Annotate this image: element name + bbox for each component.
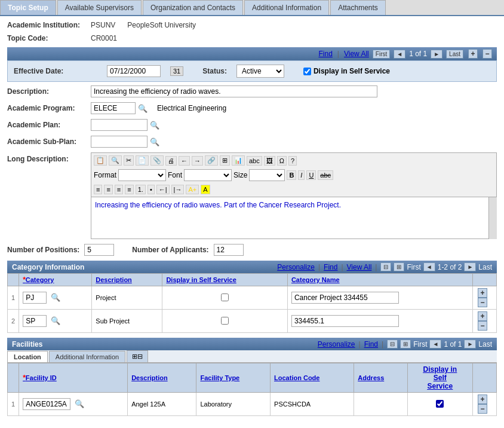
row1-add-btn[interactable]: + — [478, 288, 487, 298]
tb-special[interactable]: Ω — [277, 156, 287, 166]
fac-row1-display-checkbox[interactable] — [436, 400, 444, 408]
remove-row-btn[interactable]: − — [483, 49, 492, 59]
facilities-tab-icon[interactable]: ⊞⊟ — [127, 350, 148, 362]
tb-align-left[interactable]: ≡ — [94, 185, 102, 194]
fac-find[interactable]: Find — [364, 340, 378, 348]
fac-nav-icon1[interactable]: ⊟ — [387, 340, 398, 348]
tb-table2[interactable]: 📊 — [232, 155, 245, 166]
find-link[interactable]: Find — [319, 50, 333, 58]
tb-underline[interactable]: U — [306, 170, 316, 180]
tb-attach[interactable]: 📎 — [150, 155, 164, 166]
row1-desc: Project — [92, 286, 162, 310]
fac-personalize[interactable]: Personalize — [318, 340, 355, 348]
row1-cat-search[interactable]: 🔍 — [51, 293, 60, 302]
cat-find[interactable]: Find — [324, 263, 337, 271]
tab-topic-setup[interactable]: Topic Setup — [0, 0, 56, 15]
tb-list-ol[interactable]: 1. — [136, 185, 146, 194]
topic-code-row: Topic Code: CR0001 — [7, 34, 497, 42]
tab-attachments[interactable]: Attachments — [330, 0, 386, 15]
cat-view-all[interactable]: View All — [347, 263, 372, 271]
academic-plan-input[interactable] — [91, 119, 147, 131]
tb-bold[interactable]: B — [287, 170, 296, 180]
row1-remove-btn[interactable]: − — [478, 298, 487, 307]
row2-display-checkbox[interactable] — [221, 317, 229, 325]
tb-cut[interactable]: ✂ — [124, 155, 134, 166]
tb-help[interactable]: ? — [288, 156, 297, 166]
academic-program-code[interactable] — [91, 102, 136, 114]
academic-subplan-input[interactable] — [91, 136, 147, 148]
cat-nav-icon2[interactable]: ⊞ — [394, 262, 404, 271]
editor-content[interactable]: Increasing the efficiency of radio waves… — [91, 197, 497, 239]
nav-arrow-next[interactable]: ► — [431, 50, 442, 59]
description-row: Description: — [7, 85, 497, 97]
size-select[interactable] — [249, 169, 285, 181]
tb-align-right[interactable]: ≡ — [115, 185, 123, 194]
format-select[interactable] — [118, 169, 166, 181]
first-btn[interactable]: First — [373, 50, 390, 59]
tb-justify[interactable]: ≡ — [125, 185, 133, 194]
fac-row1-add-btn[interactable]: + — [478, 395, 487, 404]
cat-personalize[interactable]: Personalize — [277, 263, 315, 271]
tb-align-center[interactable]: ≡ — [104, 185, 112, 194]
positions-input[interactable] — [84, 244, 114, 256]
row2-remove-btn[interactable]: − — [478, 321, 487, 331]
fac-next[interactable]: ► — [464, 340, 476, 348]
tb-table[interactable]: ⊞ — [220, 155, 230, 166]
cat-prev[interactable]: ◄ — [423, 262, 435, 271]
fac-col-type: Facility Type — [196, 363, 271, 393]
academic-program-search-icon[interactable]: 🔍 — [138, 104, 147, 113]
tb-paste[interactable]: 📄 — [136, 155, 149, 166]
fac-row1-id-input[interactable] — [23, 398, 70, 410]
cat-nav-icon1[interactable]: ⊟ — [380, 262, 391, 271]
col-num — [8, 274, 19, 286]
calendar-btn[interactable]: 31 — [170, 66, 183, 76]
tb-copy[interactable]: 📋 — [94, 155, 107, 166]
display-self-service-checkbox[interactable] — [303, 68, 311, 75]
last-btn[interactable]: Last — [446, 50, 463, 59]
font-select[interactable] — [184, 169, 232, 181]
row2-actions: + − — [473, 310, 497, 333]
tab-additional-information[interactable]: Additional Information — [244, 0, 329, 15]
tb-link[interactable]: 🔗 — [205, 155, 218, 166]
tb-indent-inc[interactable]: |→ — [171, 185, 185, 194]
tb-find[interactable]: 🔍 — [109, 155, 122, 166]
row2-cat-name-input[interactable] — [291, 315, 399, 327]
academic-plan-search-icon[interactable]: 🔍 — [150, 121, 159, 130]
fac-row1-search[interactable]: 🔍 — [75, 399, 84, 408]
tb-spell[interactable]: abc — [247, 156, 262, 166]
tb-italic[interactable]: I — [298, 170, 305, 180]
fac-row1-remove-btn[interactable]: − — [478, 404, 487, 414]
tb-indent-dec[interactable]: ←| — [156, 185, 170, 194]
tb-redo[interactable]: → — [192, 156, 203, 166]
facilities-tab-location[interactable]: Location — [7, 351, 48, 362]
fac-prev[interactable]: ◄ — [429, 340, 441, 348]
tb-print[interactable]: 🖨 — [165, 156, 177, 166]
tb-highlight[interactable]: A — [201, 185, 210, 194]
editor-scrollbar[interactable] — [488, 197, 497, 239]
eff-date-input[interactable] — [107, 65, 161, 77]
description-input[interactable] — [91, 85, 377, 97]
col-desc: Description — [92, 274, 162, 286]
tab-organization-contacts[interactable]: Organization and Contacts — [143, 0, 243, 15]
view-all-link[interactable]: View All — [344, 50, 369, 58]
row2-add-btn[interactable]: + — [478, 311, 487, 321]
tb-undo[interactable]: ← — [179, 156, 190, 166]
row2-cat-search[interactable]: 🔍 — [51, 316, 60, 325]
applicants-input[interactable] — [214, 244, 244, 256]
tb-strikethrough[interactable]: abc — [318, 170, 333, 180]
row1-cat-input[interactable] — [23, 292, 47, 304]
row1-cat-name-input[interactable] — [291, 292, 399, 304]
tab-available-supervisors[interactable]: Available Supervisors — [57, 0, 142, 15]
tb-img[interactable]: 🖼 — [264, 156, 275, 166]
facilities-tab-additional-info[interactable]: Additional Information — [49, 351, 125, 362]
add-row-btn[interactable]: + — [468, 49, 478, 59]
row1-display-checkbox[interactable] — [221, 294, 229, 301]
cat-next[interactable]: ► — [464, 262, 476, 271]
tb-list-ul[interactable]: • — [147, 185, 155, 194]
row2-cat-input[interactable] — [23, 315, 47, 327]
tb-font-color[interactable]: A+ — [186, 185, 199, 194]
nav-arrow-prev[interactable]: ◄ — [394, 50, 405, 59]
academic-subplan-search-icon[interactable]: 🔍 — [150, 137, 159, 146]
status-select[interactable]: Active Inactive — [236, 65, 284, 78]
fac-nav-icon2[interactable]: ⊞ — [400, 340, 411, 348]
